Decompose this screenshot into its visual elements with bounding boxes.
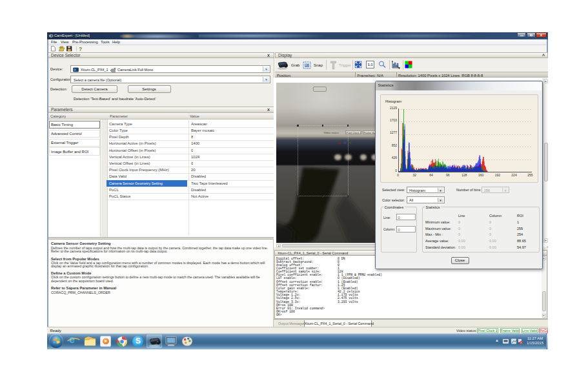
svg-text:?: ?	[79, 46, 82, 52]
